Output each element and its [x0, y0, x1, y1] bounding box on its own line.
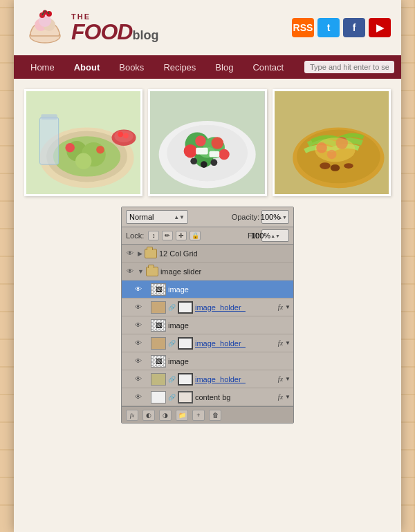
layers-list: 👁 ▶ 12 Col Grid 👁 ▼ image slider 👁 — [122, 245, 293, 406]
twitter-button[interactable]: t — [317, 18, 340, 37]
chevron-down-7: ▼ — [285, 376, 290, 382]
opacity-spinner: ▲▼ — [277, 215, 287, 220]
lock-brush-icon[interactable]: ✏ — [162, 231, 173, 240]
photo-item-2 — [148, 89, 266, 196]
fill-spinner: ▲▼ — [270, 234, 280, 238]
rss-icon: RSS — [293, 22, 313, 33]
fill-value: 100% — [251, 231, 270, 240]
layer-row-image-3[interactable]: 👁 image — [122, 352, 293, 370]
fill-area: Fill: 100% ▲▼ — [248, 229, 289, 242]
photo-grid — [24, 89, 391, 196]
layer-new-button[interactable]: + — [192, 410, 205, 421]
lock-move-icon[interactable]: ✛ — [176, 231, 187, 240]
layer-thumb-6 — [151, 355, 166, 368]
youtube-button[interactable]: ▶ — [369, 18, 391, 37]
nav-item-recipes[interactable]: Recipes — [154, 55, 205, 79]
svg-point-49 — [330, 164, 340, 171]
chevron-down-8: ▼ — [285, 394, 290, 400]
fx-icon-3: fx — [278, 303, 283, 311]
svg-point-38 — [191, 158, 198, 164]
eye-icon-8[interactable]: 👁 — [133, 392, 144, 402]
layer-adjustment-button[interactable]: ◑ — [159, 410, 172, 421]
svg-rect-20 — [41, 114, 57, 120]
layers-top-bar: Normal ▲▼ Opacity: 100% ▲▼ — [122, 207, 293, 227]
logo-icon — [24, 7, 66, 48]
svg-point-23 — [118, 131, 123, 137]
layer-row-imageholder-1[interactable]: 👁 🔗 image_holder_ fx ▼ — [122, 298, 293, 316]
layer-name-6: image — [168, 357, 290, 365]
svg-point-18 — [96, 146, 104, 154]
layer-row-imageholder-2[interactable]: 👁 🔗 image_holder_ fx ▼ — [122, 334, 293, 352]
nav-item-books[interactable]: Books — [109, 55, 154, 79]
layer-thumb-3b — [178, 301, 193, 314]
facebook-icon: f — [353, 22, 356, 33]
opacity-area: Opacity: 100% ▲▼ — [232, 210, 289, 224]
layer-group-button[interactable]: 📁 — [176, 410, 188, 421]
layer-thumb-3a — [151, 301, 166, 314]
opacity-label: Opacity: — [232, 213, 259, 221]
eye-icon-0[interactable]: 👁 — [124, 249, 136, 258]
layer-row-imageholder-3[interactable]: 👁 🔗 image_holder_ fx ▼ — [122, 370, 293, 388]
layer-row-image-slider[interactable]: 👁 ▼ image slider — [122, 263, 293, 281]
blend-mode-spinner: ▲▼ — [174, 214, 185, 220]
rss-button[interactable]: RSS — [292, 18, 314, 37]
nav-item-home[interactable]: Home — [21, 55, 64, 79]
layer-name-3: image_holder_ — [195, 303, 276, 312]
fill-input[interactable]: 100% ▲▼ — [261, 229, 289, 242]
nav-item-contact[interactable]: Contact — [243, 55, 293, 79]
nav-item-about[interactable]: About — [64, 55, 110, 79]
eye-icon-6[interactable]: 👁 — [133, 357, 144, 366]
arrow-right-icon-0: ▶ — [138, 250, 142, 257]
logo-blog: blog — [132, 29, 158, 41]
layer-row-12colgrid[interactable]: 👁 ▶ 12 Col Grid — [122, 245, 293, 263]
eye-icon-7[interactable]: 👁 — [133, 374, 144, 384]
youtube-icon: ▶ — [376, 22, 384, 33]
layer-name-0: 12 Col Grid — [159, 249, 290, 258]
svg-point-50 — [344, 163, 353, 169]
svg-point-24 — [123, 133, 129, 138]
layer-thumb-8a — [151, 391, 166, 403]
link-icon-7: 🔗 — [168, 376, 176, 383]
layer-delete-button[interactable]: 🗑 — [209, 410, 221, 421]
eye-icon-1[interactable]: 👁 — [124, 267, 136, 276]
nav-item-blog[interactable]: Blog — [205, 55, 243, 79]
twitter-icon: t — [327, 22, 331, 33]
eye-icon-5[interactable]: 👁 — [133, 339, 144, 348]
svg-point-40 — [211, 159, 218, 166]
facebook-button[interactable]: f — [343, 18, 365, 37]
search-input[interactable] — [304, 61, 394, 73]
fx-icon-5: fx — [278, 339, 283, 347]
opacity-input[interactable]: 100% ▲▼ — [261, 210, 289, 224]
lock-arrow-icon[interactable]: ↕ — [148, 231, 159, 240]
thumb-checker-2 — [151, 284, 165, 295]
svg-rect-36 — [196, 148, 208, 155]
svg-point-31 — [184, 144, 197, 158]
lock-all-icon[interactable]: 🔒 — [190, 231, 201, 240]
blend-mode-select[interactable]: Normal ▲▼ — [126, 210, 188, 224]
lock-label: Lock: — [126, 231, 144, 240]
content-area: Normal ▲▼ Opacity: 100% ▲▼ Lock: ↕ ✏ ✛ 🔒 — [14, 79, 401, 434]
layer-name-7: image_holder_ — [195, 375, 276, 383]
eye-icon-3[interactable]: 👁 — [133, 303, 144, 312]
layer-thumb-8b — [178, 391, 193, 403]
chevron-down-5: ▼ — [285, 340, 290, 346]
layer-thumb-5a — [151, 337, 166, 350]
layer-thumb-4 — [151, 319, 166, 332]
eye-icon-4[interactable]: 👁 — [133, 321, 144, 330]
layer-fx-button[interactable]: fx — [126, 410, 138, 421]
link-icon-5: 🔗 — [168, 340, 176, 347]
layer-name-8: content bg — [195, 393, 276, 401]
social-icons: RSS t f ▶ — [292, 18, 391, 37]
layer-thumb-5b — [178, 337, 193, 350]
header: THE FOOD blog RSS t f ▶ — [14, 0, 401, 55]
fx-icon-8: fx — [278, 393, 283, 401]
layer-row-image-2[interactable]: 👁 image — [122, 316, 293, 334]
blend-mode-value: Normal — [129, 213, 154, 221]
svg-point-39 — [201, 161, 208, 168]
layer-mask-button[interactable]: ◐ — [142, 410, 155, 421]
logo-area: THE FOOD blog — [24, 7, 158, 48]
eye-icon-2[interactable]: 👁 — [133, 285, 144, 294]
svg-point-48 — [320, 162, 331, 169]
layer-row-content-bg[interactable]: 👁 🔗 content bg fx ▼ — [122, 388, 293, 406]
layer-row-image-1[interactable]: 👁 image — [122, 281, 293, 298]
